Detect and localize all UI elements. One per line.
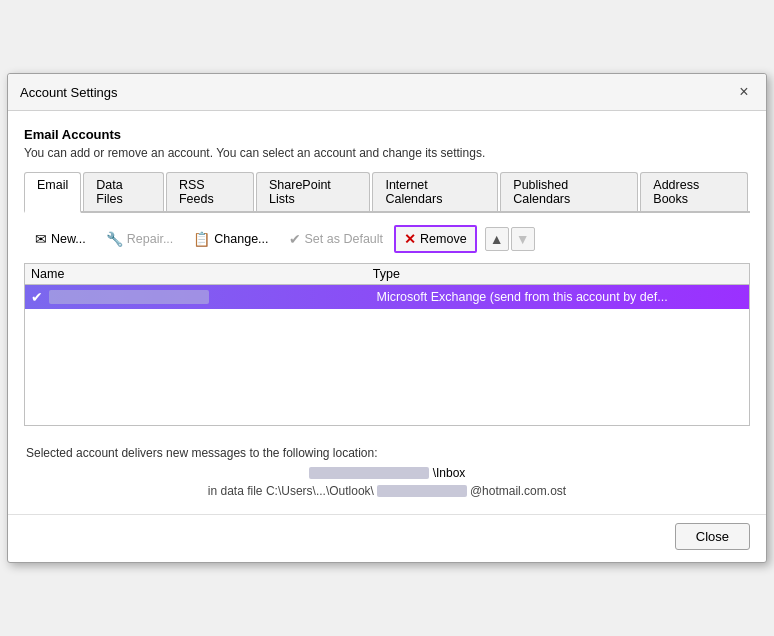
tab-data-files[interactable]: Data Files [83, 172, 164, 211]
col-name-header: Name [31, 267, 373, 281]
inbox-line: \Inbox [26, 466, 748, 480]
section-description: You can add or remove an account. You ca… [24, 146, 750, 160]
move-up-button[interactable]: ▲ [485, 227, 509, 251]
tab-address-books[interactable]: Address Books [640, 172, 748, 211]
change-label: Change... [214, 232, 268, 246]
new-icon: ✉ [35, 231, 47, 247]
account-name-blur [49, 290, 209, 304]
title-bar: Account Settings × [8, 74, 766, 111]
repair-button[interactable]: 🔧 Repair... [97, 226, 183, 252]
change-icon: 📋 [193, 231, 210, 247]
col-type-header: Type [373, 267, 743, 281]
close-dialog-button[interactable]: Close [675, 523, 750, 550]
accounts-table-container: Name Type ✔ Microsoft Exchange (send fro… [24, 263, 750, 426]
move-down-button[interactable]: ▼ [511, 227, 535, 251]
accounts-toolbar: ✉ New... 🔧 Repair... 📋 Change... ✔ Set a… [24, 221, 750, 257]
datafile-prefix: in data file C:\Users\...\Outlook\ [208, 484, 374, 498]
tab-published-calendars[interactable]: Published Calendars [500, 172, 638, 211]
tab-sharepoint-lists[interactable]: SharePoint Lists [256, 172, 370, 211]
set-default-button[interactable]: ✔ Set as Default [280, 226, 393, 252]
accounts-list: ✔ Microsoft Exchange (send from this acc… [25, 285, 749, 425]
footer-info: Selected account delivers new messages t… [24, 438, 750, 502]
change-button[interactable]: 📋 Change... [184, 226, 277, 252]
repair-label: Repair... [127, 232, 174, 246]
datafile-line: in data file C:\Users\...\Outlook\ @hotm… [26, 484, 748, 498]
section-title: Email Accounts [24, 127, 750, 142]
new-button[interactable]: ✉ New... [26, 226, 95, 252]
table-header: Name Type [25, 264, 749, 285]
inbox-suffix: \Inbox [433, 466, 466, 480]
location-label: Selected account delivers new messages t… [26, 446, 748, 460]
set-default-icon: ✔ [289, 231, 301, 247]
table-row[interactable]: ✔ Microsoft Exchange (send from this acc… [25, 285, 749, 309]
set-default-label: Set as Default [305, 232, 384, 246]
new-label: New... [51, 232, 86, 246]
inbox-name-blur [309, 467, 429, 479]
remove-button[interactable]: ✕ Remove [394, 225, 477, 253]
account-settings-dialog: Account Settings × Email Accounts You ca… [7, 73, 767, 563]
dialog-footer: Close [8, 514, 766, 562]
title-close-button[interactable]: × [734, 82, 754, 102]
tab-internet-calendars[interactable]: Internet Calendars [372, 172, 498, 211]
datafile-blur [377, 485, 467, 497]
remove-icon: ✕ [404, 231, 416, 247]
account-name-cell [49, 290, 377, 305]
dialog-body: Email Accounts You can add or remove an … [8, 111, 766, 510]
dialog-title: Account Settings [20, 85, 118, 100]
datafile-suffix: @hotmail.com.ost [470, 484, 566, 498]
default-check-icon: ✔ [31, 289, 43, 305]
repair-icon: 🔧 [106, 231, 123, 247]
tab-bar: Email Data Files RSS Feeds SharePoint Li… [24, 172, 750, 213]
account-type-cell: Microsoft Exchange (send from this accou… [377, 290, 743, 304]
remove-label: Remove [420, 232, 467, 246]
tab-email[interactable]: Email [24, 172, 81, 213]
tab-rss-feeds[interactable]: RSS Feeds [166, 172, 254, 211]
